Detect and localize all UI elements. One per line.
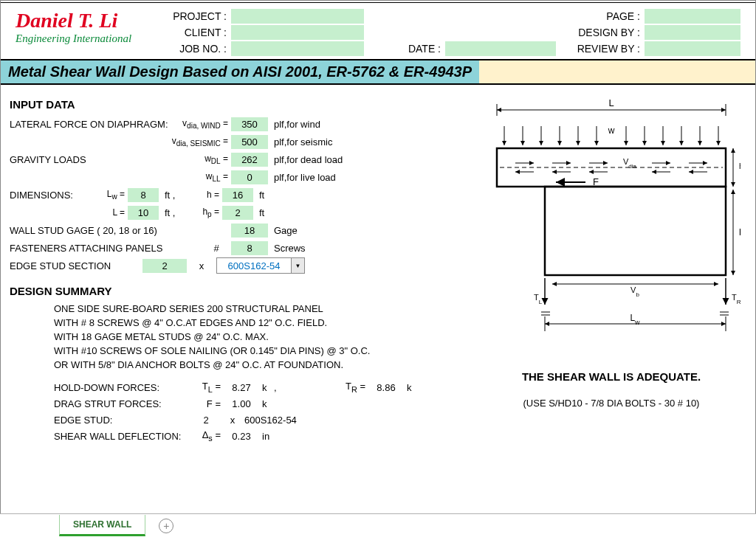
- summary-line-1: ONE SIDE SURE-BOARD SERIES 200 STRUCTURA…: [10, 302, 467, 316]
- l-input[interactable]: 10: [128, 206, 159, 220]
- adequacy-result: THE SHEAR WALL IS ADEQUATE.: [476, 370, 746, 383]
- fasteners-label: FASTENERS ATTACHING PANELS: [10, 243, 202, 254]
- reviewby-input[interactable]: [645, 41, 740, 56]
- sheet-tabs: SHEAR WALL +: [0, 513, 756, 537]
- stud-gage-unit: Gage: [268, 225, 298, 236]
- summary-line-3: WITH 18 GAGE METAL STUDS @ 24" O.C. MAX.: [10, 330, 467, 344]
- tl-var: TL =: [191, 381, 221, 394]
- ft-4: ft: [253, 207, 264, 218]
- svg-rect-18: [545, 187, 726, 275]
- vdia-wind-var: vdia, WIND =: [165, 118, 231, 130]
- edge-stud-qty-input[interactable]: 2: [142, 259, 187, 273]
- summary-line-2: WITH # 8 SCREWS @ 4" O.C.AT EDGES AND 12…: [10, 316, 467, 330]
- logo-subtitle: Engineering International: [16, 32, 142, 45]
- designby-input[interactable]: [645, 25, 740, 40]
- svg-text:hp: hp: [739, 162, 740, 174]
- stud-gage-label: WALL STUD GAGE ( 20, 18 or 16): [10, 225, 231, 236]
- svg-text:w: w: [608, 125, 615, 136]
- l-var: L =: [91, 207, 128, 218]
- design-summary-heading: DESIGN SUMMARY: [10, 285, 467, 297]
- reviewby-label: REVIEW BY :: [556, 41, 645, 56]
- ft-2: ft: [253, 190, 264, 201]
- header-block: Daniel T. Li Engineering International P…: [1, 2, 755, 59]
- client-input[interactable]: [231, 25, 364, 40]
- vdia-seismic-input[interactable]: 500: [231, 135, 268, 149]
- h-var: h =: [185, 190, 222, 200]
- summary-line-5: OR WITH 5/8" DIA ANCHOR BOLTS @ 24" O.C.…: [10, 358, 467, 372]
- title-bar: Metal Shear Wall Design Based on AISI 20…: [1, 59, 755, 85]
- input-data-heading: INPUT DATA: [10, 98, 467, 111]
- vdia-seismic-unit: plf,for seismic: [268, 136, 332, 148]
- deflection-label: SHEAR WALL DEFLECTION:: [54, 431, 187, 442]
- dimensions-label: DIMENSIONS:: [10, 190, 91, 201]
- stud-gage-input[interactable]: 18: [231, 224, 268, 238]
- edge-stud-dropdown[interactable]: 600S162-54 ▼: [216, 257, 305, 274]
- deflection-var: Δs =: [191, 429, 221, 443]
- shear-wall-diagram: L w Vdia F hp h Vb TL TR: [482, 95, 740, 346]
- tr-value: 8.86: [370, 382, 402, 393]
- deflection-unit: in: [262, 431, 269, 442]
- hold-down-note: (USE S/HD10 - 7/8 DIA BOLTS - 30 # 10): [476, 398, 746, 409]
- tl-unit: k: [262, 382, 269, 393]
- f-value: 1.00: [225, 398, 258, 409]
- svg-text:TR: TR: [732, 293, 740, 305]
- summary-line-4: WITH #10 SCREWS OF SOLE NAILING (OR 0.14…: [10, 344, 467, 358]
- tab-shear-wall[interactable]: SHEAR WALL: [59, 515, 145, 536]
- f-var: F =: [191, 398, 221, 409]
- tr-unit: k: [407, 382, 414, 393]
- vdia-wind-unit: plf,for wind: [268, 119, 320, 130]
- title-spacer: [479, 60, 755, 83]
- gravity-loads-label: GRAVITY LOADS: [10, 154, 165, 165]
- logo: Daniel T. Li Engineering International: [16, 9, 142, 45]
- fasteners-input[interactable]: 8: [231, 241, 268, 255]
- jobno-input[interactable]: [231, 41, 364, 56]
- project-label: PROJECT :: [142, 9, 231, 24]
- fasteners-unit: Screws: [268, 243, 306, 254]
- drag-strut-label: DRAG STRUT FORCES:: [54, 398, 187, 409]
- page-input[interactable]: [645, 9, 740, 24]
- wdl-input[interactable]: 262: [231, 153, 268, 167]
- svg-text:h: h: [739, 226, 740, 238]
- h-input[interactable]: 16: [222, 188, 253, 202]
- edge-stud-selected: 600S162-54: [217, 259, 291, 273]
- date-input[interactable]: [445, 41, 556, 56]
- vdia-seismic-var: vdia, SEISMIC =: [165, 136, 231, 148]
- svg-text:F: F: [593, 176, 599, 187]
- add-sheet-button[interactable]: +: [159, 519, 173, 533]
- vdia-wind-input[interactable]: 350: [231, 117, 268, 131]
- edge-stud-x: x: [187, 260, 216, 271]
- lateral-force-label: LATERAL FORCE ON DIAPHRAGM:: [10, 119, 165, 130]
- page-label: PAGE :: [556, 9, 645, 24]
- es-section: 600S162-54: [244, 415, 297, 426]
- svg-text:Vdia: Vdia: [623, 157, 637, 170]
- client-label: CLIENT :: [142, 25, 231, 40]
- wll-var: wLL =: [165, 171, 231, 183]
- edge-stud-label: EDGE STUD SECTION: [10, 260, 142, 271]
- svg-text:TL: TL: [534, 293, 543, 305]
- es-qty: 2: [191, 415, 221, 426]
- right-panel: L w Vdia F hp h Vb TL TR: [476, 95, 746, 444]
- ft-1: ft ,: [159, 190, 185, 201]
- deflection-value: 0.23: [225, 431, 258, 442]
- hp-var: hp =: [185, 207, 222, 218]
- tr-var: TR =: [339, 381, 365, 394]
- lw-input[interactable]: 8: [128, 188, 159, 202]
- project-input[interactable]: [231, 9, 364, 24]
- fasteners-hash: #: [202, 243, 231, 254]
- lw-var: Lw =: [91, 189, 128, 201]
- es-x: x: [225, 415, 240, 426]
- logo-name: Daniel T. Li: [16, 9, 142, 32]
- designby-label: DESIGN BY :: [556, 25, 645, 40]
- hp-input[interactable]: 2: [222, 206, 253, 220]
- page-title: Metal Shear Wall Design Based on AISI 20…: [1, 60, 479, 83]
- left-panel: INPUT DATA LATERAL FORCE ON DIAPHRAGM: v…: [10, 95, 467, 444]
- date-label: DATE :: [364, 41, 445, 56]
- wll-input[interactable]: 0: [231, 170, 268, 184]
- wll-unit: plf,for live load: [268, 172, 336, 183]
- chevron-down-icon[interactable]: ▼: [291, 258, 304, 273]
- f-unit: k: [262, 398, 269, 409]
- hold-down-label: HOLD-DOWN FORCES:: [54, 382, 187, 393]
- tl-value: 8.27: [225, 382, 258, 393]
- comma: ,: [274, 382, 278, 393]
- header-fields: PROJECT : PAGE : CLIENT : DESIGN BY : JO…: [142, 9, 740, 56]
